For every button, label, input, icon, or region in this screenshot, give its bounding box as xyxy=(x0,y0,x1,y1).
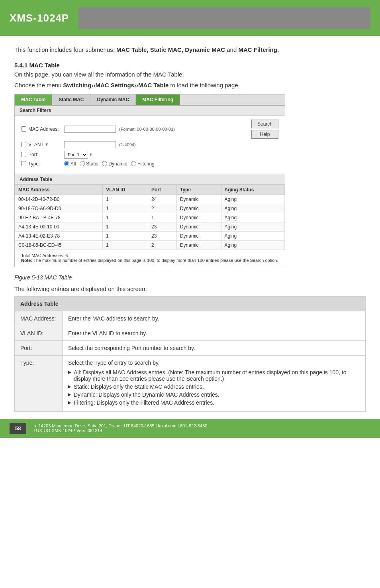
cell-mac: A4-13-4E-00-10-00 xyxy=(15,222,103,231)
desc-table-row: Port: Select the corresponding Port numb… xyxy=(15,340,366,355)
footer-version-text: LUX-UG-XMS-1024P Vers: 081314 xyxy=(33,428,102,433)
intro-bold2: MAC Filtering. xyxy=(238,46,279,53)
type-static-radio[interactable] xyxy=(80,161,85,166)
cell-aging: Aging xyxy=(221,213,284,222)
tab-mac-table[interactable]: MAC Table xyxy=(15,94,52,105)
cell-mac: C0-18-85-BC-ED-45 xyxy=(15,240,103,250)
cell-vlan: 1 xyxy=(103,240,148,250)
cell-vlan: 1 xyxy=(103,204,148,213)
cell-port: 1 xyxy=(148,213,177,222)
type-all-radio[interactable] xyxy=(64,161,69,166)
port-checkbox[interactable] xyxy=(21,152,26,157)
table-header-row: MAC Address VLAN ID Port Type Aging Stat… xyxy=(15,185,285,195)
cell-type: Dynamic xyxy=(176,195,221,204)
desc-table-row: MAC Address: Enter the MAC address to se… xyxy=(15,311,366,326)
col-type: Type xyxy=(176,185,221,195)
cell-type: Dynamic xyxy=(176,240,221,250)
footer-address: a: 14203 Minuteman Drive, Suite 201, Dra… xyxy=(33,423,207,433)
tab-dynamic-mac[interactable]: Dynamic MAC xyxy=(90,94,136,105)
header-decoration xyxy=(78,7,370,29)
cell-vlan: 1 xyxy=(103,231,148,240)
type-row: Type: All Static Dynamic Filtering xyxy=(21,161,278,167)
table-row: A4-13-4E-02-E3-78 1 23 Dynamic Aging xyxy=(15,231,285,240)
desc-list: All: Displays all MAC Address entries. (… xyxy=(68,369,360,406)
port-row: Port: Port 1 ▾ xyxy=(21,151,278,159)
intro-text-after: and xyxy=(225,46,238,53)
section-heading-541: 5.4.1 MAC Table xyxy=(14,62,366,69)
search-filters-section: Search Filters MAC Address: (Format: 00-… xyxy=(15,106,285,173)
cell-type: Dynamic xyxy=(176,222,221,231)
mac-address-hint: (Format: 00-00-00-00-00-01) xyxy=(119,127,175,132)
mac-address-input[interactable] xyxy=(64,126,116,133)
figure-caption: Figure 5-13 MAC Table xyxy=(14,274,366,281)
desc-field-cell: MAC Address: xyxy=(15,311,63,326)
product-title: XMS-1024P xyxy=(10,12,69,24)
desc-field-cell: Type: xyxy=(15,355,63,411)
cell-aging: Aging xyxy=(221,240,284,250)
mac-address-row: MAC Address: (Format: 00-00-00-00-00-01)… xyxy=(21,120,278,139)
search-button[interactable]: Search xyxy=(251,120,278,128)
total-mac-count: Total MAC Addresses: 6 xyxy=(21,253,278,258)
help-button[interactable]: Help xyxy=(251,130,278,139)
cell-aging: Aging xyxy=(221,204,284,213)
mac-table: MAC Address VLAN ID Port Type Aging Stat… xyxy=(15,185,285,250)
tab-mac-filtering[interactable]: MAC Filtering xyxy=(136,94,180,105)
list-item: Dynamic: Displays only the Dynamic MAC A… xyxy=(68,391,360,398)
type-radio-group: All Static Dynamic Filtering xyxy=(64,161,155,167)
desc-content-cell: Enter the VLAN ID to search by. xyxy=(63,326,366,340)
vlan-id-checkbox[interactable] xyxy=(21,142,26,147)
cell-aging: Aging xyxy=(221,222,284,231)
mac-address-checkbox[interactable] xyxy=(21,126,26,132)
cell-port: 24 xyxy=(148,195,177,204)
intro-paragraph: This function includes four submenus: MA… xyxy=(14,45,366,55)
cell-type: Dynamic xyxy=(176,204,221,213)
cell-vlan: 1 xyxy=(103,213,148,222)
col-mac-address: MAC Address xyxy=(15,185,103,195)
table-row: A4-13-4E-00-10-00 1 23 Dynamic Aging xyxy=(15,222,285,231)
cell-port: 2 xyxy=(148,240,177,250)
cell-port: 23 xyxy=(148,231,177,240)
table-row: 90-E2-BA-1B-4F-78 1 1 Dynamic Aging xyxy=(15,213,285,222)
cell-port: 23 xyxy=(148,222,177,231)
desc-field-cell: Port: xyxy=(15,340,63,355)
desc-cell-text: Enter the MAC address to search by. xyxy=(68,315,159,322)
vlan-id-label: VLAN ID: xyxy=(28,142,64,147)
type-dynamic-radio[interactable] xyxy=(102,161,107,166)
menu-instruction: Choose the menu Switching››MAC Settings›… xyxy=(14,82,366,88)
menu-instruction-before: Choose the menu xyxy=(14,82,63,88)
table-row: 00-14-2D-40-72-B0 1 24 Dynamic Aging xyxy=(15,195,285,204)
page-footer: 58 a: 14203 Minuteman Drive, Suite 201, … xyxy=(0,419,380,438)
table-row: 90-18-7C-A6-9D-D0 1 2 Dynamic Aging xyxy=(15,204,285,213)
vlan-id-input[interactable] xyxy=(64,141,116,148)
footer-page-number: 58 xyxy=(10,423,26,434)
tab-static-mac[interactable]: Static MAC xyxy=(52,94,90,105)
cell-mac: A4-13-4E-02-E3-78 xyxy=(15,231,103,240)
list-item: Static: Displays only the Static MAC Add… xyxy=(68,383,360,390)
desc-table-header-row: Address Table xyxy=(15,296,366,311)
type-all-label[interactable]: All xyxy=(64,161,76,167)
cell-port: 2 xyxy=(148,204,177,213)
total-note: Total MAC Addresses: 6 Note: The maximum… xyxy=(15,250,285,267)
col-vlan-id: VLAN ID xyxy=(103,185,148,195)
type-filtering-radio[interactable] xyxy=(131,161,136,166)
type-dynamic-label[interactable]: Dynamic xyxy=(102,161,127,167)
port-select[interactable]: Port 1 xyxy=(64,151,88,159)
screenshot-box: MAC Table Static MAC Dynamic MAC MAC Fil… xyxy=(14,94,285,267)
cell-vlan: 1 xyxy=(103,222,148,231)
vlan-id-row: VLAN ID: (1-4094) xyxy=(21,141,278,148)
note-label: Note: xyxy=(21,258,32,263)
type-checkbox[interactable] xyxy=(21,161,26,166)
cell-aging: Aging xyxy=(221,195,284,204)
desc-table: Address Table MAC Address: Enter the MAC… xyxy=(14,296,366,412)
type-static-label[interactable]: Static xyxy=(80,161,98,167)
port-label: Port: xyxy=(28,152,64,157)
address-table-section: Address Table MAC Address VLAN ID Port T… xyxy=(15,175,285,267)
filter-actions: Search Help xyxy=(251,120,278,139)
desc-content-cell: Select the corresponding Port number to … xyxy=(63,340,366,355)
section-desc-541: On this page, you can view all the infor… xyxy=(14,71,366,78)
desc-table-header: Address Table xyxy=(15,296,366,311)
type-filtering-label[interactable]: Filtering xyxy=(131,161,155,167)
search-filters-body: MAC Address: (Format: 00-00-00-00-00-01)… xyxy=(15,116,285,173)
following-text: The following entries are displayed on t… xyxy=(14,285,366,292)
list-item: All: Displays all MAC Address entries. (… xyxy=(68,369,360,382)
